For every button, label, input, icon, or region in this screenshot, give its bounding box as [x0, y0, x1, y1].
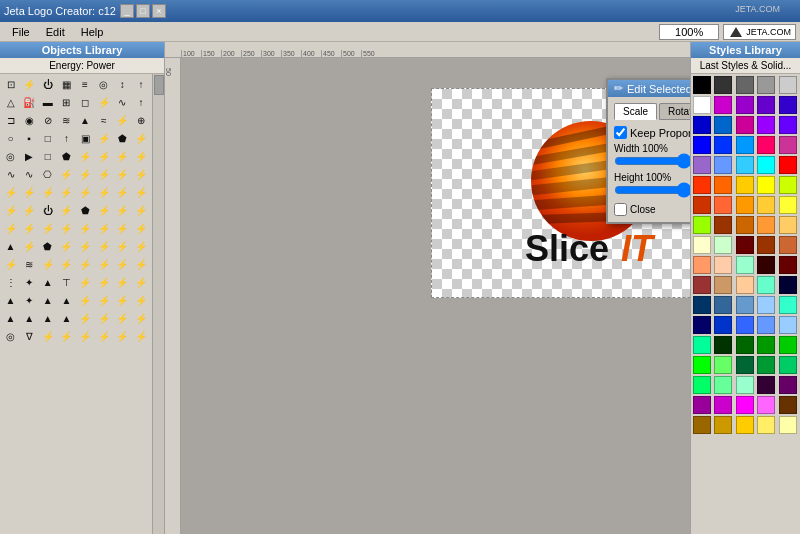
color-swatch-83[interactable]	[757, 396, 775, 414]
icon-item-48[interactable]: ⚡	[2, 184, 19, 201]
icon-item-8[interactable]: △	[2, 94, 19, 111]
icon-item-29[interactable]: ⚡	[95, 130, 112, 147]
color-swatch-64[interactable]	[779, 316, 797, 334]
icon-item-102[interactable]: ⚡	[114, 292, 131, 309]
icon-item-79[interactable]: ⚡	[132, 238, 149, 255]
color-swatch-6[interactable]	[714, 96, 732, 114]
icon-item-7[interactable]: ↑	[132, 76, 149, 93]
color-swatch-20[interactable]	[693, 156, 711, 174]
icon-item-89[interactable]: ✦	[21, 274, 38, 291]
icon-item-118[interactable]: ⚡	[114, 328, 131, 345]
icon-item-112[interactable]: ◎	[2, 328, 19, 345]
color-swatch-29[interactable]	[779, 176, 797, 194]
color-swatch-30[interactable]	[693, 196, 711, 214]
color-swatch-84[interactable]	[779, 396, 797, 414]
icon-item-37[interactable]: ⚡	[95, 148, 112, 165]
color-swatch-78[interactable]	[757, 376, 775, 394]
scrollbar-thumb[interactable]	[154, 75, 164, 95]
icon-item-88[interactable]: ⋮	[2, 274, 19, 291]
icon-item-21[interactable]: ≈	[95, 112, 112, 129]
color-swatch-19[interactable]	[779, 136, 797, 154]
height-slider[interactable]	[614, 185, 690, 195]
icon-item-68[interactable]: ⚡	[77, 220, 94, 237]
color-swatch-24[interactable]	[779, 156, 797, 174]
color-swatch-46[interactable]	[714, 256, 732, 274]
zoom-input[interactable]	[659, 24, 719, 40]
icon-item-107[interactable]: ▲	[58, 310, 75, 327]
color-swatch-16[interactable]	[714, 136, 732, 154]
color-swatch-13[interactable]	[757, 116, 775, 134]
icon-item-26[interactable]: □	[39, 130, 56, 147]
icon-item-2[interactable]: ⏻	[39, 76, 56, 93]
icon-item-11[interactable]: ⊞	[58, 94, 75, 111]
icon-item-51[interactable]: ⚡	[58, 184, 75, 201]
color-swatch-70[interactable]	[693, 356, 711, 374]
icon-item-99[interactable]: ▲	[58, 292, 75, 309]
close-checkbox[interactable]	[614, 203, 627, 216]
close-row[interactable]: Close	[614, 203, 690, 216]
color-swatch-81[interactable]	[714, 396, 732, 414]
icon-item-35[interactable]: ⬟	[58, 148, 75, 165]
color-swatch-0[interactable]	[693, 76, 711, 94]
icon-item-109[interactable]: ⚡	[95, 310, 112, 327]
color-swatch-35[interactable]	[693, 216, 711, 234]
color-swatch-72[interactable]	[736, 356, 754, 374]
icon-item-19[interactable]: ≋	[58, 112, 75, 129]
icon-item-61[interactable]: ⚡	[95, 202, 112, 219]
color-swatch-73[interactable]	[757, 356, 775, 374]
icon-item-1[interactable]: ⚡	[21, 76, 38, 93]
color-swatch-8[interactable]	[757, 96, 775, 114]
icon-item-0[interactable]: ⊡	[2, 76, 19, 93]
icon-item-5[interactable]: ◎	[95, 76, 112, 93]
color-swatch-82[interactable]	[736, 396, 754, 414]
color-swatch-49[interactable]	[779, 256, 797, 274]
icon-item-67[interactable]: ⚡	[58, 220, 75, 237]
icon-item-15[interactable]: ↑	[132, 94, 149, 111]
icon-item-10[interactable]: ▬	[39, 94, 56, 111]
color-swatch-55[interactable]	[693, 296, 711, 314]
icon-item-64[interactable]: ⚡	[2, 220, 19, 237]
icon-item-113[interactable]: ∇	[21, 328, 38, 345]
color-swatch-5[interactable]	[693, 96, 711, 114]
color-swatch-59[interactable]	[779, 296, 797, 314]
color-swatch-53[interactable]	[757, 276, 775, 294]
icon-item-42[interactable]: ⎔	[39, 166, 56, 183]
color-swatch-17[interactable]	[736, 136, 754, 154]
icon-item-76[interactable]: ⚡	[77, 238, 94, 255]
color-swatch-65[interactable]	[693, 336, 711, 354]
color-swatch-32[interactable]	[736, 196, 754, 214]
icon-item-49[interactable]: ⚡	[21, 184, 38, 201]
color-swatch-86[interactable]	[714, 416, 732, 434]
icon-item-117[interactable]: ⚡	[95, 328, 112, 345]
icon-item-100[interactable]: ⚡	[77, 292, 94, 309]
menu-help[interactable]: Help	[73, 24, 112, 40]
icon-item-47[interactable]: ⚡	[132, 166, 149, 183]
color-swatch-43[interactable]	[757, 236, 775, 254]
icon-item-104[interactable]: ▲	[2, 310, 19, 327]
icon-item-63[interactable]: ⚡	[132, 202, 149, 219]
icon-item-80[interactable]: ⚡	[2, 256, 19, 273]
color-swatch-60[interactable]	[693, 316, 711, 334]
color-swatch-89[interactable]	[779, 416, 797, 434]
icon-item-74[interactable]: ⬟	[39, 238, 56, 255]
icon-item-62[interactable]: ⚡	[114, 202, 131, 219]
icon-item-54[interactable]: ⚡	[114, 184, 131, 201]
icon-item-38[interactable]: ⚡	[114, 148, 131, 165]
icon-item-114[interactable]: ⚡	[39, 328, 56, 345]
color-swatch-27[interactable]	[736, 176, 754, 194]
icon-item-98[interactable]: ▲	[39, 292, 56, 309]
tab-rotate[interactable]: Rotate	[659, 103, 690, 120]
color-swatch-42[interactable]	[736, 236, 754, 254]
color-swatch-21[interactable]	[714, 156, 732, 174]
icon-item-69[interactable]: ⚡	[95, 220, 112, 237]
color-swatch-75[interactable]	[693, 376, 711, 394]
icon-item-103[interactable]: ⚡	[132, 292, 149, 309]
icon-item-110[interactable]: ⚡	[114, 310, 131, 327]
color-swatch-40[interactable]	[693, 236, 711, 254]
icon-item-72[interactable]: ▲	[2, 238, 19, 255]
icon-item-55[interactable]: ⚡	[132, 184, 149, 201]
color-swatch-52[interactable]	[736, 276, 754, 294]
icon-item-82[interactable]: ⚡	[39, 256, 56, 273]
color-swatch-2[interactable]	[736, 76, 754, 94]
icon-item-86[interactable]: ⚡	[114, 256, 131, 273]
